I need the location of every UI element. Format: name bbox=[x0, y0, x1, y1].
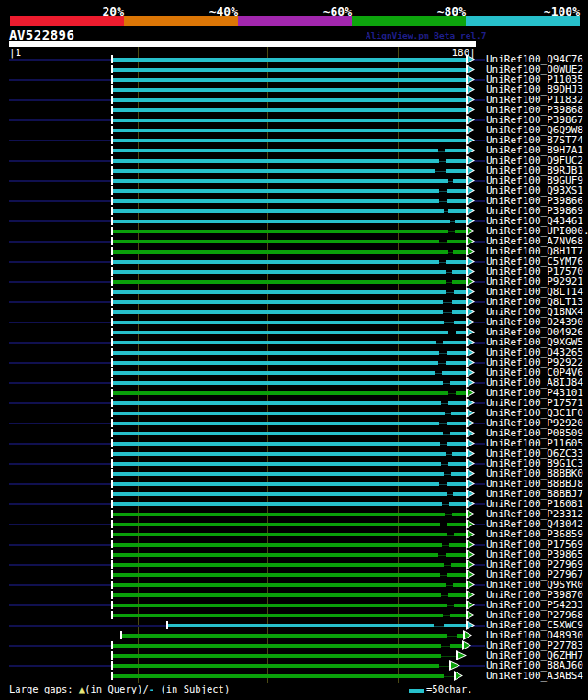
alignment-bar[interactable] bbox=[112, 199, 467, 203]
alignment-bar[interactable] bbox=[112, 502, 467, 506]
alignment-start-tick bbox=[111, 176, 113, 185]
alignment-bar[interactable] bbox=[112, 149, 467, 152]
alignment-start-tick bbox=[111, 641, 113, 649]
large-gap-thin-line bbox=[446, 292, 454, 293]
alignment-bar[interactable] bbox=[112, 583, 467, 587]
alignment-start-tick bbox=[111, 570, 113, 579]
alignment-start-tick bbox=[111, 156, 113, 164]
alignment-bar[interactable] bbox=[112, 422, 467, 425]
alignment-bar[interactable] bbox=[112, 533, 467, 536]
alignment-bar[interactable] bbox=[112, 220, 467, 223]
large-gap-thin-line bbox=[447, 494, 453, 495]
alignment-bar[interactable] bbox=[112, 119, 467, 122]
alignment-bar[interactable] bbox=[112, 452, 467, 456]
query-sequence-bar bbox=[9, 41, 476, 47]
alignment-start-tick bbox=[111, 85, 113, 94]
alignment-bar[interactable] bbox=[112, 442, 467, 446]
alignment-bar[interactable] bbox=[112, 614, 467, 617]
alignment-bar[interactable] bbox=[112, 331, 467, 334]
large-gap-thin-line bbox=[447, 636, 457, 637]
alignment-bar[interactable] bbox=[112, 371, 467, 375]
alignment-start-tick bbox=[111, 500, 113, 508]
large-gap-thin-line bbox=[439, 666, 450, 667]
alignment-bar[interactable] bbox=[112, 108, 467, 112]
alignment-bar[interactable] bbox=[112, 381, 467, 385]
large-gap-thin-line bbox=[439, 242, 447, 243]
alignment-bar[interactable] bbox=[112, 139, 467, 142]
alignment-bar[interactable] bbox=[112, 169, 467, 173]
alignment-bar[interactable] bbox=[112, 341, 467, 344]
large-gap-thin-line bbox=[445, 514, 452, 515]
alignment-bar[interactable] bbox=[112, 159, 467, 163]
alignment-bar[interactable] bbox=[112, 270, 467, 274]
alignment-bar[interactable] bbox=[112, 209, 467, 213]
large-gap-thin-line bbox=[443, 434, 450, 435]
alignment-bar[interactable] bbox=[112, 68, 467, 72]
query-gap-label: (in Query)/ bbox=[85, 683, 149, 694]
alignment-bar[interactable] bbox=[112, 432, 467, 435]
alignment-bar[interactable] bbox=[112, 563, 467, 567]
alignment-bar[interactable] bbox=[112, 250, 467, 254]
alignment-bar[interactable] bbox=[112, 361, 467, 365]
large-gap-thin-line bbox=[441, 646, 450, 647]
alignment-bar[interactable] bbox=[112, 260, 467, 264]
alignment-start-tick bbox=[111, 368, 113, 377]
alignment-bar[interactable] bbox=[112, 553, 467, 557]
alignment-bar[interactable] bbox=[112, 280, 467, 284]
alignment-bar[interactable] bbox=[112, 290, 467, 294]
alignment-bar[interactable] bbox=[112, 401, 467, 405]
large-gap-thin-line bbox=[440, 444, 447, 445]
alignment-start-tick bbox=[111, 661, 113, 670]
large-gap-thin-line bbox=[446, 585, 453, 586]
alignment-bar[interactable] bbox=[112, 189, 467, 193]
alignment-bar[interactable] bbox=[112, 593, 467, 597]
scale-line-swatch bbox=[409, 689, 424, 693]
large-gap-thin-line bbox=[440, 525, 447, 525]
alignment-bar[interactable] bbox=[112, 412, 467, 415]
alignment-bar[interactable] bbox=[112, 482, 467, 486]
alignment-bar[interactable] bbox=[112, 179, 467, 183]
alignment-bar[interactable] bbox=[112, 58, 467, 62]
alignment-bar[interactable] bbox=[112, 240, 467, 243]
alignment-bar[interactable] bbox=[112, 654, 457, 658]
alignment-start-tick bbox=[111, 611, 113, 619]
alignment-bar[interactable] bbox=[112, 78, 467, 82]
alignment-bar[interactable] bbox=[167, 624, 467, 627]
alignment-start-tick bbox=[111, 298, 113, 306]
alignment-bar[interactable] bbox=[112, 351, 467, 355]
large-gap-thin-line bbox=[439, 262, 446, 263]
alignment-bar[interactable] bbox=[112, 604, 467, 607]
alignment-bar[interactable] bbox=[112, 543, 467, 547]
large-gap-thin-line bbox=[446, 282, 452, 283]
alignment-start-tick bbox=[111, 490, 113, 498]
alignment-bar[interactable] bbox=[112, 492, 467, 496]
alignment-bar[interactable] bbox=[112, 573, 467, 577]
alignment-bar[interactable] bbox=[112, 472, 467, 476]
alignment-start-tick bbox=[111, 601, 113, 609]
alignment-start-tick bbox=[111, 267, 113, 276]
alignment-bar[interactable] bbox=[112, 644, 463, 648]
alignment-bar[interactable] bbox=[112, 310, 467, 314]
alignment-bar[interactable] bbox=[112, 230, 467, 233]
large-gap-thin-line bbox=[442, 545, 449, 546]
alignment-start-tick bbox=[111, 207, 113, 215]
alignment-bar[interactable] bbox=[112, 513, 467, 516]
alignment-bar[interactable] bbox=[112, 88, 467, 92]
subject-gap-label: (in Subject) bbox=[154, 683, 230, 694]
axis-end-label: 180| bbox=[452, 47, 477, 58]
alignment-start-tick bbox=[111, 186, 113, 195]
alignment-bar[interactable] bbox=[112, 462, 467, 466]
alignment-bar[interactable] bbox=[112, 664, 450, 668]
alignment-bar[interactable] bbox=[112, 674, 455, 678]
alignment-bar[interactable] bbox=[112, 321, 467, 324]
alignment-bar[interactable] bbox=[112, 98, 467, 102]
alignment-bar[interactable] bbox=[112, 391, 467, 395]
alignment-bar[interactable] bbox=[121, 634, 464, 638]
alignment-bar[interactable] bbox=[112, 129, 467, 132]
alignment-bar[interactable] bbox=[112, 300, 467, 304]
alignment-bar[interactable] bbox=[112, 523, 467, 526]
alignment-start-tick bbox=[111, 197, 113, 205]
hit-label[interactable]: UniRef100_A3ABS4 bbox=[486, 671, 583, 681]
app-watermark: AlignView.pm Beta rel.7 bbox=[366, 30, 487, 40]
alignment-start-tick bbox=[111, 288, 113, 296]
